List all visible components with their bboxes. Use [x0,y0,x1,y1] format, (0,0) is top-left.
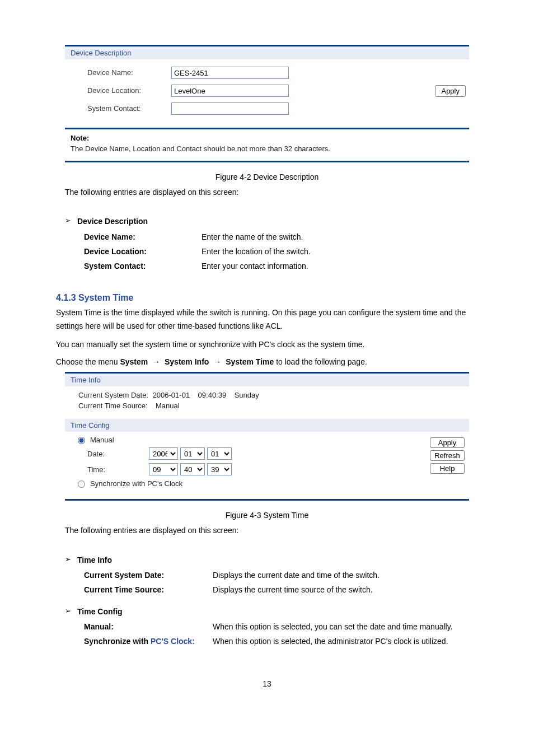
bullet-label-location: Device Location: [84,247,202,256]
bullet-label-currdate: Current System Date: [84,571,213,580]
bullet-header-device-description: Device Description [77,217,148,226]
time-field-label: Time: [87,465,149,474]
bullet-icon: ➢ [65,605,77,617]
manual-radio[interactable] [78,437,85,444]
pc-clock-highlight: PC'S Clock: [151,637,195,646]
time-min-select[interactable]: 40 [180,463,205,475]
page-number: 13 [0,679,534,688]
bullet-label-contact: System Contact: [84,262,202,270]
figure-caption-2: Figure 4-3 System Time [0,511,534,520]
panel-header: Device Description [65,46,469,59]
device-description-panel: Device Description Device Name: Device L… [65,45,469,162]
note-text: The Device Name, Location and Contact sh… [71,144,463,153]
date-month-select[interactable]: 01 [180,447,205,460]
sync-pc-radio[interactable] [78,480,85,488]
fig2-followup-text: The following entries are displayed on t… [65,524,469,536]
nav-path: Choose the menu System → System Info → S… [56,357,478,366]
current-time-value: 09:40:39 [198,391,227,399]
bullet-text-location: Enter the location of the switch. [202,247,311,256]
bullet-label-currsrc: Current Time Source: [84,585,213,594]
bullet-text-contact: Enter your contact information. [202,262,308,270]
manual-radio-label: Manual [90,436,114,444]
figure-caption-1: Figure 4-2 Device Description [0,172,534,181]
section-body-1: System Time is the time displayed while … [56,306,478,333]
time-info-header: Time Info [65,374,469,386]
fig1-followup-text: The following entries are displayed on t… [65,186,469,198]
date-day-select[interactable]: 01 [207,447,232,460]
bullet-text-syncpc: When this option is selected, the admini… [213,637,469,646]
bullet-label-name: Device Name: [84,232,202,241]
help-button[interactable]: Help [430,463,465,474]
time-config-header: Time Config [65,419,469,432]
label-device-location: Device Location: [87,82,171,100]
date-field-label: Date: [87,450,149,458]
section-body-2: You can manually set the system time or … [56,338,478,352]
bullet-icon: ➢ [65,554,77,566]
current-source-value: Manual [156,402,180,410]
time-hour-select[interactable]: 09 [149,463,178,475]
device-name-input[interactable] [171,67,289,79]
bullet-icon: ➢ [65,215,77,227]
date-year-select[interactable]: 2006 [149,447,178,460]
apply-button-time[interactable]: Apply [430,437,465,448]
device-location-input[interactable] [171,85,289,97]
current-source-label: Current Time Source: [78,402,148,410]
bullet-label-manual: Manual: [84,622,213,631]
bullet-label-syncpc: Synchronize with PC'S Clock: [84,637,213,646]
arrow-icon: → [150,357,162,366]
current-dow: Sunday [235,391,259,399]
apply-button[interactable]: Apply [435,85,466,97]
sync-pc-label: Synchronize with PC's Clock [90,479,182,488]
arrow-icon: → [211,357,223,366]
system-contact-input[interactable] [171,102,289,115]
section-heading: 4.1.3 System Time [56,293,478,303]
label-system-contact: System Contact: [87,100,171,118]
current-date-label: Current System Date: [78,391,148,399]
label-device-name: Device Name: [87,64,171,82]
time-sec-select[interactable]: 39 [207,463,232,475]
note-title: Note: [71,134,463,142]
current-date-value: 2006-01-01 [153,391,190,399]
bullet-text-manual: When this option is selected, you can se… [213,622,469,631]
bullet-text-name: Enter the name of the switch. [202,232,303,241]
refresh-button[interactable]: Refresh [430,450,465,461]
bullet-header-time-info: Time Info [77,556,112,564]
bullet-header-time-config: Time Config [77,607,123,616]
bullet-text-currsrc: Displays the current time source of the … [213,585,373,594]
system-time-panel: Time Info Current System Date: 2006-01-0… [65,372,469,501]
bullet-text-currdate: Displays the current date and time of th… [213,571,380,580]
